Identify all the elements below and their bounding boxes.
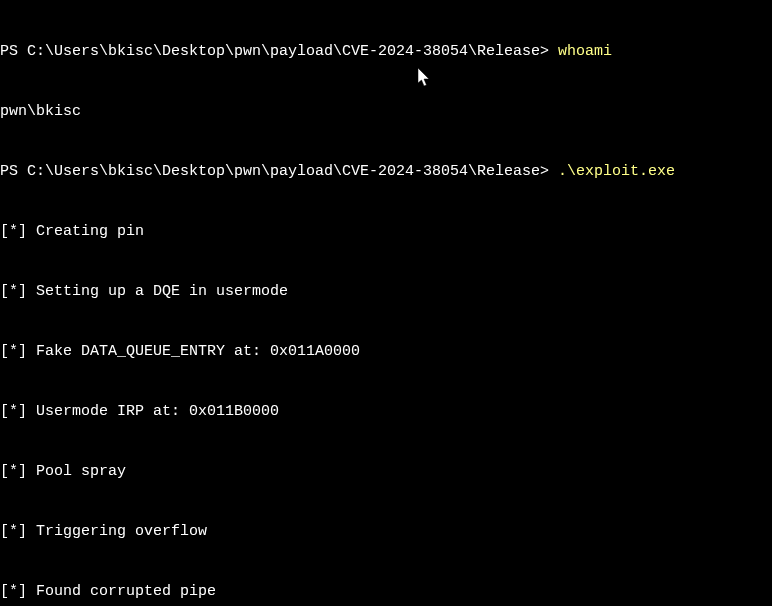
terminal-window[interactable]: PS C:\Users\bkisc\Desktop\pwn\payload\CV… bbox=[0, 2, 772, 606]
terminal-line: PS C:\Users\bkisc\Desktop\pwn\payload\CV… bbox=[0, 162, 772, 182]
ps-prompt: PS C:\Users\bkisc\Desktop\pwn\payload\CV… bbox=[0, 43, 558, 60]
exploit-output-line: [*] Found corrupted pipe bbox=[0, 582, 772, 602]
command-input: whoami bbox=[558, 43, 612, 60]
whoami-output: pwn\bkisc bbox=[0, 102, 772, 122]
exploit-output-line: [*] Pool spray bbox=[0, 462, 772, 482]
exploit-output-line: [*] Fake DATA_QUEUE_ENTRY at: 0x011A0000 bbox=[0, 342, 772, 362]
ps-prompt: PS C:\Users\bkisc\Desktop\pwn\payload\CV… bbox=[0, 163, 558, 180]
terminal-line: PS C:\Users\bkisc\Desktop\pwn\payload\CV… bbox=[0, 42, 772, 62]
exploit-output-line: [*] Usermode IRP at: 0x011B0000 bbox=[0, 402, 772, 422]
exploit-output-line: [*] Triggering overflow bbox=[0, 522, 772, 542]
exploit-output-line: [*] Setting up a DQE in usermode bbox=[0, 282, 772, 302]
command-input: .\exploit.exe bbox=[558, 163, 675, 180]
exploit-output-line: [*] Creating pin bbox=[0, 222, 772, 242]
